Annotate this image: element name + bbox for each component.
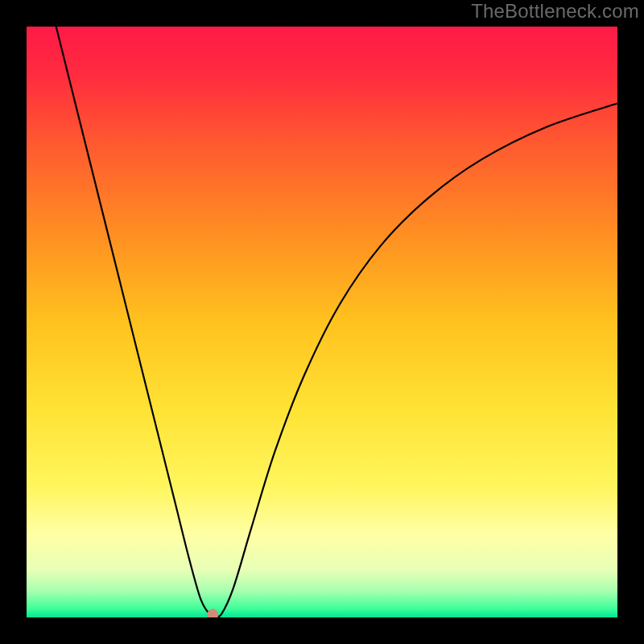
watermark-text: TheBottleneck.com bbox=[471, 0, 639, 23]
chart-frame: TheBottleneck.com bbox=[0, 0, 644, 644]
chart-svg bbox=[27, 27, 617, 617]
gradient-background bbox=[27, 27, 617, 617]
chart-plot-area bbox=[27, 27, 617, 617]
